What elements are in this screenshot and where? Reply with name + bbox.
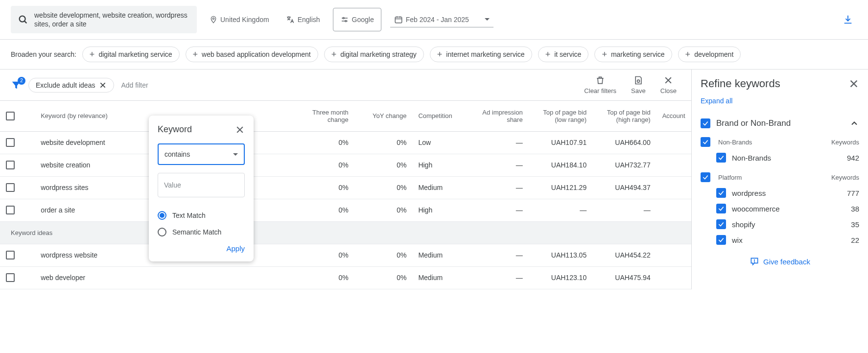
col-yoy[interactable]: YoY change xyxy=(354,101,413,131)
broaden-chip[interactable]: +digital marketing strategy xyxy=(324,47,424,62)
filter-row: 2 Exclude adult ideas Add filter Clear f… xyxy=(0,70,691,101)
chevron-up-icon[interactable] xyxy=(849,118,859,128)
nonbrands-item[interactable]: Non-Brands 942 xyxy=(701,150,859,165)
plus-icon: + xyxy=(685,50,691,59)
cell-yoy: 0% xyxy=(354,244,413,266)
row-checkbox[interactable] xyxy=(6,138,15,147)
broaden-chip[interactable]: +web based application development xyxy=(186,47,318,62)
checkbox-checked-icon[interactable] xyxy=(701,172,710,182)
operator-select[interactable]: contains xyxy=(158,143,245,165)
language-selector[interactable]: English xyxy=(282,12,324,27)
table-row[interactable]: order a site0%0%High——— xyxy=(0,199,691,221)
plus-icon: + xyxy=(602,50,607,59)
remove-filter-icon[interactable] xyxy=(99,81,107,89)
cell-three-month: 0% xyxy=(296,176,354,199)
platform-name: shopify xyxy=(732,220,755,229)
checkbox-checked-icon[interactable] xyxy=(716,235,726,245)
cell-bid-low: UAH107.91 xyxy=(529,131,593,154)
broaden-chip[interactable]: +internet marketing service xyxy=(430,47,532,62)
clear-filters-button[interactable]: Clear filters xyxy=(584,75,616,94)
save-button[interactable]: Save xyxy=(631,75,646,94)
checkbox-checked-icon[interactable] xyxy=(716,153,726,163)
platform-count: 22 xyxy=(851,236,859,244)
brand-category-header[interactable]: Brand or Non-Brand xyxy=(701,114,859,133)
row-checkbox[interactable] xyxy=(6,273,15,282)
checkbox-checked-icon[interactable] xyxy=(716,219,726,229)
popover-title: Keyword xyxy=(158,124,192,135)
checkbox-checked-icon[interactable] xyxy=(716,188,726,198)
location-selector[interactable]: United Kingdom xyxy=(206,13,273,26)
close-icon xyxy=(848,78,859,89)
platform-item[interactable]: wordpress777 xyxy=(701,185,859,201)
svg-point-21 xyxy=(754,262,755,262)
col-bid-high[interactable]: Top of page bid (high range) xyxy=(592,101,657,131)
cell-competition: High xyxy=(412,154,470,176)
broaden-chip[interactable]: +development xyxy=(678,47,741,62)
broaden-chip[interactable]: +it service xyxy=(538,47,589,62)
cell-ad-impression: — xyxy=(470,244,529,266)
svg-point-5 xyxy=(343,18,344,19)
keyword-search-box[interactable]: website development, website creation, w… xyxy=(11,6,197,33)
table-row[interactable]: website development0%0%Low—UAH107.91UAH6… xyxy=(0,131,691,154)
cell-three-month: 0% xyxy=(296,131,354,154)
network-selector[interactable]: Google xyxy=(333,8,381,31)
cell-competition: Medium xyxy=(412,266,470,289)
table-row[interactable]: wordpress sites0%0%Medium—UAH121.29UAH49… xyxy=(0,176,691,199)
cell-competition: Medium xyxy=(412,244,470,266)
download-button[interactable] xyxy=(839,10,857,29)
broaden-chip[interactable]: +digital marketing service xyxy=(82,47,180,62)
close-button[interactable]: Close xyxy=(660,75,677,94)
cell-bid-high: UAH475.94 xyxy=(592,266,657,289)
col-bid-low[interactable]: Top of page bid (low range) xyxy=(529,101,593,131)
cell-yoy: 0% xyxy=(354,176,413,199)
active-filter-pill[interactable]: Exclude adult ideas xyxy=(28,78,114,93)
expand-all-link[interactable]: Expand all xyxy=(701,97,859,105)
broaden-chip[interactable]: +marketing service xyxy=(594,47,672,62)
cell-competition: Low xyxy=(412,131,470,154)
add-filter-button[interactable]: Add filter xyxy=(121,81,148,89)
row-checkbox[interactable] xyxy=(6,161,15,169)
platform-item[interactable]: woocommerce38 xyxy=(701,201,859,216)
plus-icon: + xyxy=(545,50,551,59)
checkbox-checked-icon[interactable] xyxy=(701,118,710,128)
daterange-selector[interactable]: Feb 2024 - Jan 2025 xyxy=(390,12,493,27)
semantic-match-radio[interactable]: Semantic Match xyxy=(158,228,245,236)
apply-button[interactable]: Apply xyxy=(158,244,245,253)
table-row[interactable]: website creation0%0%High—UAH184.10UAH732… xyxy=(0,154,691,176)
col-competition[interactable]: Competition xyxy=(412,101,470,131)
row-checkbox[interactable] xyxy=(6,183,15,192)
table-row[interactable]: wordpress website0%0%Medium—UAH113.05UAH… xyxy=(0,244,691,266)
download-icon xyxy=(843,14,853,25)
select-all-checkbox[interactable] xyxy=(6,112,15,120)
platform-name: woocommerce xyxy=(732,205,780,213)
checkbox-checked-icon[interactable] xyxy=(716,204,726,213)
filter-funnel-button[interactable]: 2 xyxy=(11,80,22,91)
trash-icon xyxy=(595,75,605,85)
platform-count: 777 xyxy=(847,189,859,197)
table-row[interactable]: web developer0%0%Medium—UAH123.10UAH475.… xyxy=(0,266,691,289)
cell-bid-low: — xyxy=(529,199,593,221)
checkbox-checked-icon[interactable] xyxy=(701,137,710,147)
cell-competition: High xyxy=(412,199,470,221)
close-icon xyxy=(663,75,673,85)
cell-three-month: 0% xyxy=(296,199,354,221)
text-match-radio[interactable]: Text Match xyxy=(158,211,245,220)
cell-three-month: 0% xyxy=(296,266,354,289)
platform-item[interactable]: wix22 xyxy=(701,232,859,248)
value-input[interactable]: Value xyxy=(158,173,245,197)
svg-point-2 xyxy=(212,18,214,19)
col-ad-impression[interactable]: Ad impression share xyxy=(470,101,529,131)
col-three-month[interactable]: Three month change xyxy=(296,101,354,131)
pin-icon xyxy=(210,16,217,24)
col-account[interactable]: Account xyxy=(657,101,691,131)
refine-title: Refine keywords xyxy=(701,77,780,90)
refine-close-button[interactable] xyxy=(848,78,859,89)
popover-close-button[interactable] xyxy=(235,125,245,135)
give-feedback-button[interactable]: Give feedback xyxy=(701,248,859,275)
platform-item[interactable]: shopify35 xyxy=(701,216,859,232)
calendar-icon xyxy=(394,15,403,24)
row-checkbox[interactable] xyxy=(6,251,15,259)
row-checkbox[interactable] xyxy=(6,206,15,214)
platform-name: wordpress xyxy=(732,189,766,197)
cell-bid-high: — xyxy=(592,199,657,221)
